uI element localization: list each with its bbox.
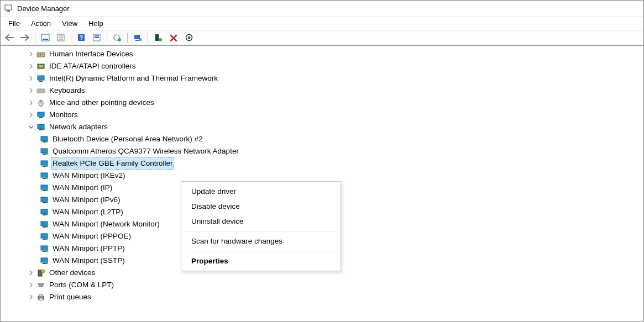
scan-hardware-button[interactable]: [130, 31, 145, 44]
svg-rect-12: [95, 37, 99, 38]
device-realtek-gbe[interactable]: Realtek PCIe GBE Family Controller: [5, 157, 639, 170]
svg-rect-0: [5, 5, 12, 10]
chevron-right-icon[interactable]: [27, 269, 35, 277]
ctx-uninstall-device[interactable]: Uninstall device: [181, 214, 341, 229]
category-hid[interactable]: Human Interface Devices: [5, 48, 639, 60]
unknown-device-icon: ?: [36, 268, 46, 277]
svg-rect-42: [43, 154, 46, 155]
chevron-right-icon[interactable]: [27, 87, 35, 94]
network-adapter-icon: [39, 159, 49, 168]
device-label: WAN Miniport (IP): [51, 182, 113, 194]
svg-rect-39: [43, 141, 46, 142]
svg-point-76: [41, 284, 43, 286]
chevron-right-icon[interactable]: [27, 111, 35, 119]
disable-device-button[interactable]: [182, 31, 196, 44]
device-label: Qualcomm Atheros QCA9377 Wireless Networ…: [51, 145, 240, 157]
device-bluetooth-pan[interactable]: Bluetooth Device (Personal Area Network)…: [5, 133, 639, 145]
action-list-button[interactable]: [90, 31, 104, 44]
svg-rect-60: [43, 226, 46, 228]
forward-button[interactable]: [18, 31, 32, 44]
toolbar-separator: [107, 33, 107, 43]
svg-rect-50: [41, 185, 48, 189]
printer-icon: [36, 293, 46, 302]
category-monitors[interactable]: Monitors: [5, 109, 639, 121]
help-button[interactable]: ?: [74, 31, 88, 44]
device-label: WAN Miniport (IPv6): [51, 194, 122, 206]
category-print-queues[interactable]: Print queues: [5, 291, 639, 303]
chevron-right-icon[interactable]: [27, 99, 35, 107]
menu-action[interactable]: Action: [25, 18, 56, 29]
svg-rect-45: [43, 166, 46, 167]
device-label: Bluetooth Device (Personal Area Network)…: [51, 133, 204, 145]
svg-point-52: [46, 189, 48, 191]
device-label: WAN Miniport (Network Monitor): [51, 218, 161, 230]
chevron-right-icon[interactable]: [27, 293, 35, 301]
svg-rect-78: [39, 294, 43, 297]
network-adapter-icon: [39, 171, 49, 180]
category-intel-dptf[interactable]: Intel(R) Dynamic Platform and Thermal Fr…: [5, 72, 639, 85]
svg-rect-68: [41, 258, 48, 262]
category-mice[interactable]: Mice and other pointing devices: [5, 97, 639, 109]
monitor-icon: [36, 110, 46, 119]
svg-rect-69: [43, 263, 46, 264]
hid-icon: [36, 50, 46, 59]
toolbar-separator: [71, 33, 71, 43]
svg-rect-36: [39, 129, 43, 130]
ctx-properties[interactable]: Properties: [181, 254, 341, 268]
toolbar-separator: [127, 33, 128, 43]
chevron-right-icon[interactable]: [27, 62, 35, 70]
category-label: IDE ATA/ATAPI controllers: [48, 60, 137, 72]
svg-rect-53: [41, 197, 48, 202]
menu-help[interactable]: Help: [83, 18, 109, 29]
svg-rect-63: [43, 239, 46, 240]
category-network-adapters[interactable]: Network adapters: [5, 121, 639, 133]
ctx-update-driver[interactable]: Update driver: [181, 184, 341, 199]
svg-rect-34: [39, 117, 43, 118]
ide-icon: [36, 62, 46, 71]
svg-rect-16: [135, 40, 139, 41]
network-adapter-icon: [36, 123, 46, 131]
toolbar-separator: [35, 33, 35, 43]
network-adapter-icon: [39, 256, 49, 265]
window-title: Device Manager: [17, 4, 70, 13]
svg-rect-66: [43, 251, 46, 252]
network-adapter-icon: [39, 183, 49, 192]
ctx-scan-hardware[interactable]: Scan for hardware changes: [181, 234, 341, 249]
svg-point-14: [118, 38, 121, 41]
update-driver-button[interactable]: [110, 31, 124, 44]
show-hide-console-button[interactable]: [38, 31, 53, 44]
context-menu: Update driver Disable device Uninstall d…: [181, 181, 341, 271]
enable-device-button[interactable]: [151, 31, 165, 44]
category-keyboards[interactable]: Keyboards: [5, 85, 639, 97]
svg-rect-35: [38, 124, 44, 129]
device-label: WAN Miniport (L2TP): [51, 206, 124, 218]
svg-rect-65: [41, 246, 48, 250]
chevron-right-icon[interactable]: [27, 50, 35, 58]
device-wan-ikev2[interactable]: WAN Miniport (IKEv2): [5, 170, 639, 182]
properties-sheet-button[interactable]: [54, 31, 68, 44]
svg-rect-1: [7, 10, 10, 12]
svg-point-46: [46, 165, 48, 167]
back-button[interactable]: [2, 31, 17, 44]
chevron-down-icon[interactable]: [27, 123, 35, 131]
uninstall-device-button[interactable]: [166, 31, 181, 44]
svg-rect-2: [41, 34, 49, 41]
network-adapter-icon: [39, 147, 49, 156]
device-qualcomm-wifi[interactable]: Qualcomm Atheros QCA9377 Wireless Networ…: [5, 145, 639, 157]
svg-point-43: [46, 152, 48, 155]
svg-point-49: [46, 177, 48, 179]
category-label: Ports (COM & LPT): [48, 279, 115, 291]
network-adapter-icon: [39, 208, 49, 217]
chevron-right-icon[interactable]: [27, 75, 35, 82]
category-ports[interactable]: Ports (COM & LPT): [5, 279, 639, 291]
chevron-right-icon[interactable]: [27, 281, 35, 289]
svg-point-17: [139, 39, 142, 41]
network-adapter-icon: [39, 196, 49, 204]
menu-file[interactable]: File: [3, 18, 25, 29]
menu-view[interactable]: View: [56, 18, 83, 29]
svg-text:?: ?: [43, 270, 44, 273]
svg-rect-25: [39, 65, 43, 67]
category-ide[interactable]: IDE ATA/ATAPI controllers: [5, 60, 639, 72]
ct(† )-disable-device[interactable]: Disable device: [181, 199, 341, 214]
mouse-icon: [36, 98, 46, 107]
